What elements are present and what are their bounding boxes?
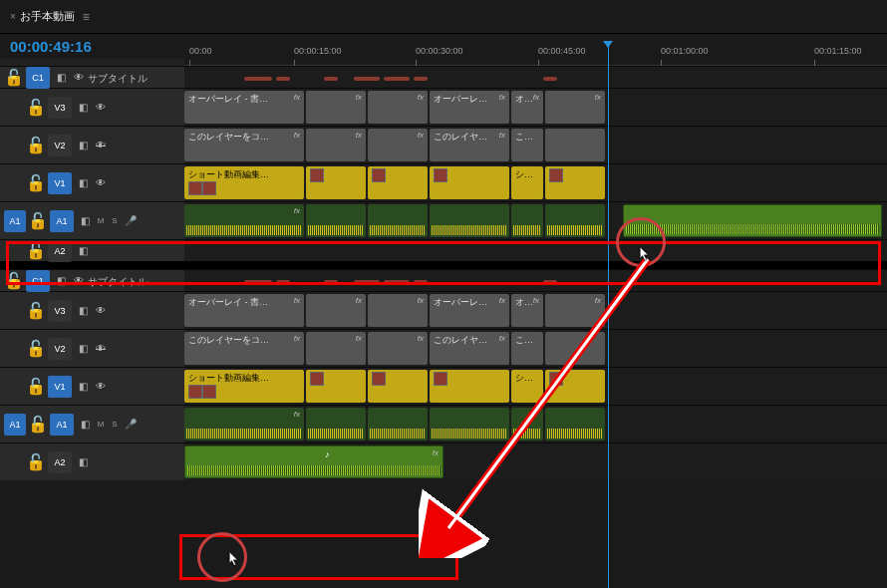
video-clip[interactable]: ショート動画編集…	[184, 166, 304, 199]
clip[interactable]: このレイヤーをコ…fx	[184, 129, 304, 161]
audio-clip[interactable]: fx	[184, 204, 304, 237]
mute-button[interactable]: M	[94, 420, 108, 429]
mic-icon[interactable]: 🎤	[122, 416, 140, 434]
audio-clip[interactable]	[306, 408, 366, 441]
track-label-v2[interactable]: V2	[48, 338, 72, 360]
playhead[interactable]	[608, 46, 609, 588]
lock-icon[interactable]: 🔓	[26, 452, 46, 471]
track-label-v3[interactable]: V3	[48, 97, 72, 119]
video-clip[interactable]	[368, 166, 428, 199]
clip[interactable]	[545, 129, 605, 161]
target-icon[interactable]: ◧	[52, 272, 70, 290]
target-icon[interactable]: ◧	[76, 416, 94, 434]
video-clip[interactable]	[306, 166, 366, 199]
video-clip[interactable]: シ…	[511, 370, 543, 403]
eye-icon[interactable]: 👁	[70, 272, 88, 290]
target-icon[interactable]: ◧	[74, 378, 92, 396]
track-label-v1[interactable]: V1	[48, 376, 72, 398]
overlay-clip[interactable]: オ…fx	[511, 294, 543, 327]
caption-clip[interactable]	[354, 77, 380, 81]
audio-clip[interactable]	[306, 204, 366, 237]
clip[interactable]: このレイヤーをコ…fx	[184, 332, 304, 365]
caption-clip[interactable]: Y…	[324, 77, 338, 81]
eye-icon[interactable]: 👁	[92, 99, 110, 117]
clip[interactable]: こ…	[511, 332, 543, 365]
video-clip[interactable]	[368, 370, 428, 403]
overlay-clip[interactable]: fx	[306, 294, 366, 327]
lock-icon[interactable]: 🔓	[4, 271, 24, 290]
clip[interactable]	[545, 332, 605, 365]
track-label-c1[interactable]: C1	[26, 67, 50, 89]
track-label-a1[interactable]: A1	[50, 210, 74, 232]
track-label-c1[interactable]: C1	[26, 270, 50, 292]
video-clip[interactable]	[545, 370, 605, 403]
eye-hidden-icon[interactable]: 👁	[92, 340, 110, 358]
lock-icon[interactable]: 🔓	[26, 301, 46, 320]
lock-icon[interactable]: 🔓	[28, 415, 48, 434]
video-clip[interactable]: ショート動画編集…	[184, 370, 304, 403]
eye-icon[interactable]: 👁	[92, 378, 110, 396]
audio-clip[interactable]	[368, 408, 428, 441]
eye-icon[interactable]: 👁	[70, 69, 88, 87]
audio-clip[interactable]: fx	[184, 408, 304, 441]
lock-icon[interactable]: 🔓	[26, 377, 46, 396]
source-a1[interactable]: A1	[4, 414, 26, 436]
overlay-clip[interactable]: オーバーレイ - 書…fx	[184, 294, 304, 327]
lock-icon[interactable]: 🔓	[26, 339, 46, 358]
caption-clip[interactable]	[414, 280, 428, 284]
track-label-v1[interactable]: V1	[48, 172, 72, 194]
track-label-a2[interactable]: A2	[48, 451, 72, 473]
music-clip-bottom[interactable]: ♪fx	[184, 445, 444, 478]
lock-icon[interactable]: 🔓	[28, 211, 48, 230]
overlay-clip[interactable]: オ…fx	[511, 91, 543, 124]
mic-icon[interactable]: 🎤	[122, 212, 140, 230]
target-icon[interactable]: ◧	[76, 212, 94, 230]
caption-clip[interactable]: Y…	[276, 280, 290, 284]
lock-icon[interactable]: 🔓	[4, 68, 24, 87]
clip[interactable]: fx	[306, 332, 366, 365]
clip[interactable]: fx	[306, 129, 366, 161]
audio-clip[interactable]	[545, 408, 605, 441]
source-a1[interactable]: A1	[4, 210, 26, 232]
caption-clip[interactable]	[244, 77, 272, 81]
solo-button[interactable]: S	[108, 420, 122, 429]
lock-icon[interactable]: 🔓	[26, 173, 46, 192]
caption-clip[interactable]	[244, 280, 272, 284]
track-label-a2[interactable]: A2	[48, 240, 72, 262]
lock-icon[interactable]: 🔓	[26, 98, 46, 117]
track-label-v3[interactable]: V3	[48, 300, 72, 322]
video-clip[interactable]	[430, 370, 509, 403]
video-clip[interactable]	[545, 166, 605, 199]
clip[interactable]: このレイヤ…fx	[430, 332, 509, 365]
overlay-clip[interactable]: オーバーレ…fx	[430, 91, 509, 124]
audio-clip[interactable]	[545, 204, 605, 237]
overlay-clip[interactable]: オーバーレ…fx	[430, 294, 509, 327]
lock-icon[interactable]: 🔓	[26, 136, 46, 154]
caption-clip[interactable]: Y…	[324, 280, 338, 284]
target-icon[interactable]: ◧	[74, 242, 92, 260]
video-clip[interactable]: シ…	[511, 166, 543, 199]
caption-clip[interactable]	[384, 280, 410, 284]
time-ruler[interactable]: 00:00 00:00:15:00 00:00:30:00 00:00:45:0…	[184, 46, 887, 66]
target-icon[interactable]: ◧	[74, 99, 92, 117]
clip[interactable]: こ…	[511, 129, 543, 161]
caption-clip[interactable]	[354, 280, 380, 284]
target-icon[interactable]: ◧	[74, 174, 92, 192]
caption-clip[interactable]: Y…	[543, 77, 557, 81]
caption-clip[interactable]	[414, 77, 428, 81]
audio-clip[interactable]	[430, 204, 509, 237]
overlay-clip[interactable]: オーバーレイ - 書…fx	[184, 91, 304, 124]
solo-button[interactable]: S	[108, 216, 122, 225]
target-icon[interactable]: ◧	[74, 137, 92, 154]
target-icon[interactable]: ◧	[52, 69, 70, 87]
clip[interactable]: このレイヤ…fx	[430, 129, 509, 161]
video-clip[interactable]	[430, 166, 509, 199]
eye-icon[interactable]: 👁	[92, 302, 110, 320]
target-icon[interactable]: ◧	[74, 340, 92, 358]
overlay-clip[interactable]: fx	[368, 91, 428, 124]
eye-icon[interactable]: 👁	[92, 174, 110, 192]
overlay-clip[interactable]: fx	[306, 91, 366, 124]
caption-clip[interactable]: Y…	[543, 280, 557, 284]
target-icon[interactable]: ◧	[74, 302, 92, 320]
lock-icon[interactable]: 🔓	[26, 241, 46, 260]
